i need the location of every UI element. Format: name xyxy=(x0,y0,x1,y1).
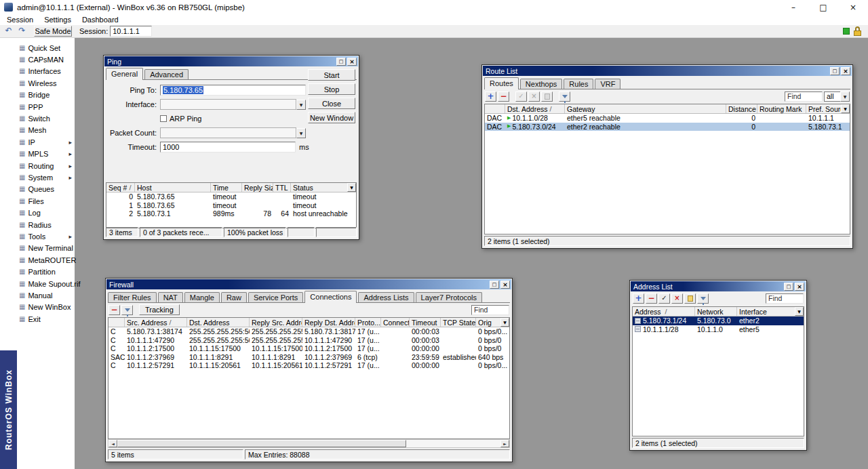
column-header-tcp-state[interactable]: TCP State xyxy=(441,318,476,327)
tab-service-ports[interactable]: Service Ports xyxy=(248,292,303,302)
menu-session[interactable]: Session xyxy=(1,16,39,24)
column-header-orig[interactable]: Orig xyxy=(476,318,500,327)
close-icon[interactable]: × xyxy=(500,281,510,289)
firewall-titlebar[interactable]: Firewall □ × xyxy=(106,279,511,289)
sidebar-item-bridge[interactable]: ▦Bridge xyxy=(17,89,75,101)
tab-mangle[interactable]: Mangle xyxy=(184,292,220,302)
column-header-network[interactable]: Network xyxy=(695,307,737,316)
route-row[interactable]: DAC ▶10.1.1.0/28 ether5 reachable 0 10.1… xyxy=(485,114,850,123)
remove-button[interactable]: − xyxy=(646,293,657,304)
tracking-button[interactable]: Tracking xyxy=(139,304,180,315)
sidebar-item-radius[interactable]: ▦Radius xyxy=(17,219,75,230)
safe-mode-button[interactable]: Safe Mode xyxy=(34,26,72,37)
route-row-selected[interactable]: DAC ▶5.180.73.0/24 ether2 reachable 0 5.… xyxy=(485,123,850,131)
tab-nat[interactable]: NAT xyxy=(158,292,183,302)
sidebar-item-new-winbox[interactable]: ▦New WinBox xyxy=(17,302,75,313)
find-input[interactable]: Find xyxy=(785,91,823,102)
column-header-connection[interactable]: Connecti... xyxy=(381,318,410,327)
horizontal-scrollbar[interactable]: ◄ ► xyxy=(108,439,510,448)
tab-rules[interactable]: Rules xyxy=(564,79,593,89)
close-icon[interactable]: × xyxy=(841,67,850,75)
sidebar-item-make-supout-rif[interactable]: ▦Make Supout.rif xyxy=(17,278,75,289)
route-list-titlebar[interactable]: Route List □ × xyxy=(483,66,852,76)
column-menu-button[interactable]: ▼ xyxy=(347,183,356,192)
find-input[interactable]: Find xyxy=(766,293,804,304)
sidebar-item-interfaces[interactable]: ▦Interfaces xyxy=(17,66,75,77)
sidebar-item-mesh[interactable]: ▦Mesh xyxy=(17,125,75,136)
ping-result-row[interactable]: 1 5.180.73.65 timeout timeout xyxy=(106,201,356,210)
close-icon[interactable]: × xyxy=(347,58,357,66)
sidebar-item-wireless[interactable]: ▦Wireless xyxy=(17,77,75,89)
disable-button[interactable]: × xyxy=(528,91,540,102)
tab-advanced[interactable]: Advanced xyxy=(144,69,189,79)
column-header-gateway[interactable]: Gateway xyxy=(565,104,726,113)
column-header-flags[interactable] xyxy=(108,318,125,327)
menu-settings[interactable]: Settings xyxy=(39,16,77,24)
maximize-button[interactable]: □ xyxy=(808,0,838,14)
connection-row[interactable]: C 10.1.1.2:17500 10.1.1.15:17500 10.1.1.… xyxy=(108,344,509,353)
sidebar-item-metarouter[interactable]: ▦MetaROUTER xyxy=(17,254,75,266)
session-input[interactable]: 10.1.1.1 xyxy=(110,26,152,37)
disable-button[interactable]: × xyxy=(671,293,683,304)
tab-connections[interactable]: Connections xyxy=(304,291,357,303)
address-row[interactable]: 10.1.1.1/28 10.1.1.0 ether5 xyxy=(633,325,804,334)
tab-routes[interactable]: Routes xyxy=(484,77,519,89)
column-header-time[interactable]: Time xyxy=(211,183,242,192)
comment-button[interactable] xyxy=(541,91,553,102)
sidebar-item-log[interactable]: ▦Log xyxy=(17,207,75,218)
column-header-reply-size[interactable]: Reply Size xyxy=(242,183,273,192)
column-header-reply-dst-address[interactable]: Reply Dst. Address xyxy=(302,318,355,327)
sidebar-item-ip[interactable]: ▦IP▸ xyxy=(17,136,75,148)
chevron-down-icon[interactable]: ▼ xyxy=(840,91,850,102)
column-header-host[interactable]: Host xyxy=(135,183,211,192)
remove-button[interactable]: − xyxy=(498,91,509,102)
connection-row[interactable]: SAC 10.1.1.2:37969 10.1.1.1:8291 10.1.1.… xyxy=(108,353,509,362)
new-window-button[interactable]: New Window xyxy=(308,112,355,123)
sidebar-item-exit[interactable]: ▦Exit xyxy=(17,313,75,325)
tab-filter-rules[interactable]: Filter Rules xyxy=(108,292,157,302)
column-header-seq[interactable]: Seq #/ xyxy=(106,183,135,192)
sidebar-item-capsman[interactable]: ▦CAPsMAN xyxy=(17,54,75,65)
tab-address-lists[interactable]: Address Lists xyxy=(358,292,414,302)
comment-button[interactable] xyxy=(684,293,696,304)
sidebar-item-tools[interactable]: ▦Tools▸ xyxy=(17,230,75,242)
packet-count-select[interactable] xyxy=(160,127,296,138)
sidebar-item-system[interactable]: ▦System▸ xyxy=(17,171,75,183)
scroll-left-icon[interactable]: ◄ xyxy=(108,440,117,447)
filter-button[interactable] xyxy=(559,91,570,102)
timeout-input[interactable]: 1000 xyxy=(160,142,296,152)
close-icon[interactable]: × xyxy=(795,283,804,291)
find-input[interactable]: Find xyxy=(471,305,509,315)
remove-button[interactable]: − xyxy=(108,305,120,315)
column-header-distance[interactable]: Distance xyxy=(726,104,757,113)
column-header-flags[interactable] xyxy=(485,104,505,113)
close-button[interactable]: Close xyxy=(308,98,355,109)
scroll-right-icon[interactable]: ► xyxy=(500,440,509,447)
column-header-dst-address[interactable]: Dst. Address xyxy=(187,318,250,327)
tab-nexthops[interactable]: Nexthops xyxy=(520,79,562,89)
column-header-reply-src-address[interactable]: Reply Src. Address xyxy=(250,318,302,327)
tab-layer7-protocols[interactable]: Layer7 Protocols xyxy=(416,292,483,302)
sidebar-item-manual[interactable]: ▦Manual xyxy=(17,289,75,301)
address-list-titlebar[interactable]: Address List □ × xyxy=(631,281,806,291)
column-menu-button[interactable]: ▼ xyxy=(841,104,850,113)
connection-row[interactable]: C 10.1.1.1:47290 255.255.255.255:5678 25… xyxy=(108,336,509,345)
start-button[interactable]: Start xyxy=(308,69,355,81)
sidebar-item-switch[interactable]: ▦Switch xyxy=(17,113,75,124)
tab-raw[interactable]: Raw xyxy=(221,292,247,302)
maximize-icon[interactable]: □ xyxy=(830,67,840,75)
enable-button[interactable]: ✓ xyxy=(658,293,670,304)
ping-window-titlebar[interactable]: Ping □ × xyxy=(104,56,358,66)
tab-general[interactable]: General xyxy=(106,68,143,80)
minimize-button[interactable]: – xyxy=(778,0,808,14)
close-button[interactable]: × xyxy=(838,0,868,14)
tab-vrf[interactable]: VRF xyxy=(595,79,620,89)
scrollbar-thumb[interactable] xyxy=(117,440,406,447)
column-header-address[interactable]: Address/ xyxy=(633,307,695,316)
address-row-selected[interactable]: 5.180.73.1/24 5.180.73.0 ether2 xyxy=(633,317,804,325)
column-menu-button[interactable]: ▼ xyxy=(795,307,804,316)
column-header-protocol[interactable]: Proto... xyxy=(355,318,381,327)
chevron-down-icon[interactable]: ▼ xyxy=(296,128,306,138)
connection-row[interactable]: C 5.180.73.1:38174 255.255.255.255:5678 … xyxy=(108,327,509,336)
undo-icon[interactable]: ↶ xyxy=(3,26,14,37)
